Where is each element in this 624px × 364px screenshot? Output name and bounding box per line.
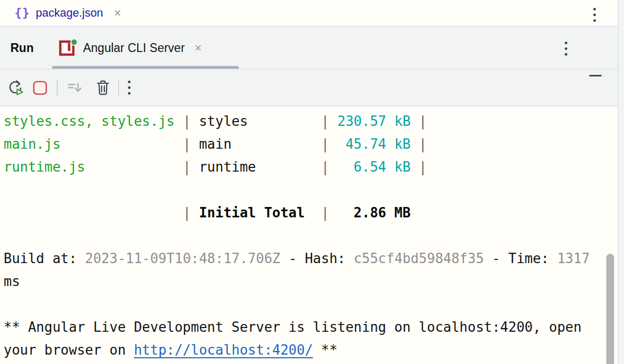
- editor-gutter-strip: [618, 0, 624, 364]
- toolbar-divider: [57, 80, 58, 96]
- console-line: styles.css, styles.js | styles | 230.57 …: [4, 110, 624, 133]
- console-segment: [411, 113, 419, 129]
- console-segment: [85, 159, 183, 175]
- console-segment: |: [321, 113, 330, 129]
- console-segment: [329, 113, 337, 129]
- npm-run-config-icon: [58, 38, 79, 58]
- close-icon[interactable]: ×: [194, 42, 201, 54]
- rerun-button[interactable]: [6, 79, 25, 97]
- console-segment: [175, 113, 183, 129]
- console-link[interactable]: http://localhost:4200/: [134, 342, 313, 358]
- console-segment: ms: [4, 274, 20, 289]
- console-segment: |: [183, 159, 191, 175]
- console-segment: |: [321, 205, 329, 220]
- console-segment: 45.74 kB: [337, 136, 411, 152]
- run-toolwindow-header: Run Angular CLI Server ×: [0, 27, 624, 70]
- console-segment: [329, 159, 337, 175]
- console-segment: styles: [191, 113, 321, 129]
- scroll-to-end-button[interactable]: [66, 80, 84, 96]
- close-icon[interactable]: ×: [114, 7, 121, 19]
- toolwindow-title[interactable]: Run: [10, 41, 34, 55]
- console-segment: 6.54 kB: [337, 159, 411, 175]
- editor-tab-package-json[interactable]: {} package.json ×: [15, 6, 121, 20]
- console-segment: runtime: [191, 159, 321, 175]
- scroll-to-end-icon: [66, 80, 84, 96]
- toolbar-divider: [118, 80, 119, 96]
- console-segment: - Time:: [484, 251, 557, 266]
- ide-window: {} package.json × Run Angular CLI Server…: [0, 0, 624, 364]
- json-file-icon: {}: [15, 6, 30, 20]
- console-line: runtime.js | runtime | 6.54 kB |: [4, 155, 624, 178]
- console-segment: [411, 159, 419, 175]
- console-segment: |: [321, 136, 330, 152]
- clear-console-button[interactable]: [94, 79, 112, 97]
- console-line: main.js | main | 45.74 kB |: [4, 133, 624, 155]
- console-segment: |: [419, 159, 427, 175]
- console-line: your browser on http://localhost:4200/ *…: [4, 339, 624, 361]
- active-tab-indicator: [52, 66, 239, 69]
- console-segment: main: [191, 136, 321, 152]
- more-actions-button[interactable]: [128, 81, 131, 95]
- console-segment: |: [419, 113, 427, 129]
- run-toolbar: [0, 70, 624, 107]
- minimize-icon[interactable]: [589, 75, 602, 76]
- console-segment: [61, 136, 183, 152]
- console-segment: |: [183, 205, 191, 220]
- console-line: | Initial Total | 2.86 MB: [4, 201, 624, 224]
- console-segment: runtime.js: [4, 159, 85, 175]
- console-segment: 1317: [557, 251, 590, 266]
- console-segment: |: [183, 113, 191, 129]
- console-segment: - Hash:: [280, 251, 354, 266]
- scrollbar-thumb[interactable]: [606, 254, 614, 364]
- console-segment: styles.css, styles.js: [4, 113, 175, 129]
- console-segment: Build at:: [4, 251, 85, 266]
- console-segment: 2023-11-09T10:48:17.706Z: [85, 251, 281, 266]
- console-segment: 2.86 MB: [329, 205, 411, 220]
- console-line: ** Angular Live Development Server is li…: [4, 316, 624, 339]
- console-line: Build at: 2023-11-09T10:48:17.706Z - Has…: [4, 247, 624, 270]
- console-segment: your browser on: [4, 342, 134, 358]
- console-segment: [329, 136, 337, 152]
- console-output: styles.css, styles.js | styles | 230.57 …: [0, 107, 624, 364]
- trash-icon: [94, 79, 112, 97]
- console-line: [4, 293, 624, 316]
- console-segment: **: [313, 342, 337, 358]
- editor-tab-bar: {} package.json ×: [0, 0, 624, 27]
- running-indicator-dot: [71, 39, 77, 45]
- console-segment: |: [183, 136, 191, 152]
- console-line: ms: [4, 270, 624, 293]
- console-segment: main.js: [4, 136, 61, 152]
- console-segment: |: [419, 136, 427, 152]
- kebab-menu-icon[interactable]: [565, 42, 567, 56]
- console-segment: Initial Total: [191, 205, 321, 220]
- kebab-menu-icon[interactable]: [593, 8, 596, 22]
- console-segment: [4, 205, 183, 220]
- run-tab-angular-cli-server[interactable]: Angular CLI Server ×: [58, 38, 202, 58]
- console-segment: 230.57 kB: [337, 113, 411, 129]
- editor-tab-label: package.json: [36, 6, 103, 20]
- stop-button[interactable]: [32, 80, 48, 96]
- console-segment: ** Angular Live Development Server is li…: [4, 319, 581, 335]
- stop-icon: [32, 80, 48, 96]
- console-line: [4, 224, 624, 247]
- console-segment: c55cf4bd59848f35: [354, 251, 484, 266]
- console-segment: |: [321, 159, 330, 175]
- console-segment: [411, 136, 419, 152]
- rerun-icon: [6, 79, 25, 97]
- console-line: [4, 178, 624, 201]
- run-tab-label: Angular CLI Server: [83, 41, 185, 55]
